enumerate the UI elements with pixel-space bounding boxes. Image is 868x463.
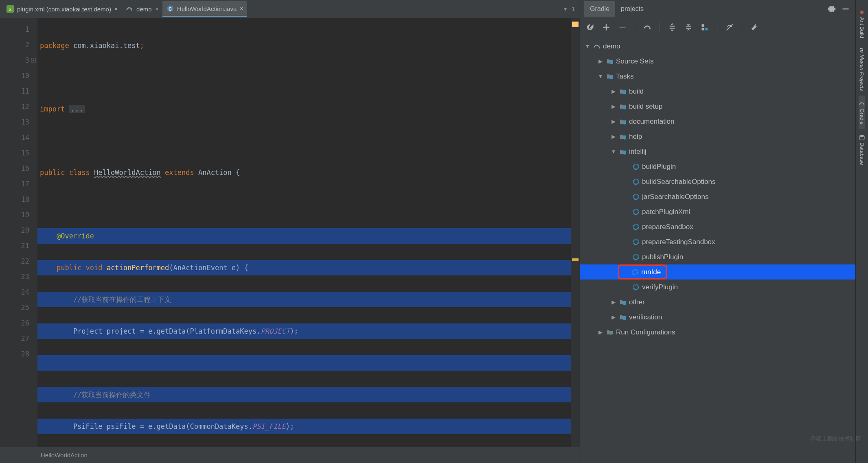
svg-point-26 bbox=[633, 255, 638, 260]
line-number[interactable]: 26 bbox=[0, 315, 29, 331]
tool-database[interactable]: Database bbox=[859, 129, 865, 170]
tree-folder-documentation[interactable]: ▶documentation bbox=[580, 114, 855, 129]
svg-point-22 bbox=[633, 194, 638, 199]
tree-folder-build-setup[interactable]: ▶build setup bbox=[580, 99, 855, 114]
xml-file-icon: x bbox=[7, 5, 14, 13]
line-number[interactable]: 12 bbox=[0, 99, 29, 114]
close-icon[interactable]: × bbox=[240, 5, 243, 12]
gear-task-icon bbox=[632, 163, 640, 170]
gradle-panel: Gradle projects ▼demo ▶Source Sets bbox=[580, 0, 855, 463]
ant-icon bbox=[859, 9, 865, 15]
fold-expand-icon[interactable] bbox=[31, 52, 36, 68]
line-number[interactable]: 13 bbox=[0, 114, 29, 130]
refresh-icon[interactable] bbox=[586, 23, 594, 31]
line-number[interactable]: 25 bbox=[0, 300, 29, 315]
remove-icon[interactable] bbox=[618, 23, 627, 31]
line-number[interactable]: 22 bbox=[0, 253, 29, 269]
gradle-project-icon bbox=[593, 43, 601, 50]
collapse-all-icon[interactable] bbox=[684, 23, 693, 31]
line-number[interactable]: 27 bbox=[0, 331, 29, 346]
line-number[interactable]: 10 bbox=[0, 68, 29, 83]
editor-tabs-bar: x plugin.xml (com.xiaokai.test.demo) × d… bbox=[0, 0, 580, 18]
split-indicator[interactable]: ▾≡1 bbox=[564, 6, 580, 12]
tree-folder-verification[interactable]: ▶verification bbox=[580, 310, 855, 325]
line-number[interactable]: 23 bbox=[0, 269, 29, 284]
svg-point-23 bbox=[633, 210, 638, 214]
panel-tab-projects[interactable]: projects bbox=[615, 1, 649, 17]
line-number[interactable]: 18 bbox=[0, 192, 29, 207]
tab-demo[interactable]: demo × bbox=[122, 1, 162, 17]
tree-run-configurations[interactable]: ▶Run Configurations bbox=[580, 325, 855, 340]
minimize-icon[interactable] bbox=[842, 5, 850, 13]
tool-ant-build[interactable]: Ant Build bbox=[859, 4, 865, 43]
close-icon[interactable]: × bbox=[155, 6, 158, 12]
svg-point-31 bbox=[860, 11, 864, 14]
svg-point-30 bbox=[623, 317, 626, 320]
svg-point-19 bbox=[623, 151, 626, 155]
gear-task-icon bbox=[632, 238, 640, 246]
gear-task-icon bbox=[632, 284, 640, 291]
tree-tasks[interactable]: ▼Tasks bbox=[580, 69, 855, 84]
editor-scrollbar[interactable] bbox=[571, 18, 580, 447]
line-number[interactable]: 11 bbox=[0, 83, 29, 99]
tree-folder-help[interactable]: ▶help bbox=[580, 129, 855, 144]
tree-task[interactable]: verifyPlugin bbox=[580, 280, 855, 295]
expand-all-icon[interactable] bbox=[668, 23, 676, 31]
gear-icon[interactable] bbox=[828, 5, 836, 13]
scrollbar-warning-marker[interactable] bbox=[572, 258, 579, 261]
line-number[interactable]: 28 bbox=[0, 346, 29, 362]
svg-point-18 bbox=[623, 136, 626, 140]
svg-text:x: x bbox=[9, 7, 11, 12]
tab-helloworld-java[interactable]: C HelloWorldAction.java × bbox=[162, 1, 248, 17]
scrollbar-warning-marker[interactable] bbox=[572, 22, 579, 27]
line-number[interactable]: 16 bbox=[0, 161, 29, 176]
tab-label: plugin.xml (com.xiaokai.test.demo) bbox=[17, 6, 111, 13]
line-number[interactable]: 3 bbox=[0, 52, 29, 68]
line-number[interactable]: 15 bbox=[0, 145, 29, 161]
breadcrumb[interactable]: HelloWorldAction bbox=[0, 447, 580, 463]
tree-folder-other[interactable]: ▶other bbox=[580, 295, 855, 310]
line-number[interactable]: 19 bbox=[0, 207, 29, 223]
tree-root-demo[interactable]: ▼demo bbox=[580, 39, 855, 54]
panel-tab-gradle[interactable]: Gradle bbox=[584, 1, 615, 17]
tree-task-runide[interactable]: runIde bbox=[580, 264, 855, 280]
tab-plugin-xml[interactable]: x plugin.xml (com.xiaokai.test.demo) × bbox=[2, 1, 122, 17]
tool-maven[interactable]: mMaven Projects bbox=[859, 43, 865, 96]
tree-task[interactable]: prepareTestingSandbox bbox=[580, 234, 855, 249]
line-number[interactable]: 2 bbox=[0, 37, 29, 52]
editor-body: 1 2 3 10 11 12 13 14O 15 16 17 18 19 20 … bbox=[0, 18, 580, 447]
tree-task[interactable]: prepareSandbox bbox=[580, 219, 855, 234]
tree-source-sets[interactable]: ▶Source Sets bbox=[580, 54, 855, 69]
svg-point-27 bbox=[633, 270, 638, 275]
tree-task[interactable]: buildSearchableOptions bbox=[580, 174, 855, 189]
gradle-tree: ▼demo ▶Source Sets ▼Tasks ▶build ▶build … bbox=[580, 36, 855, 463]
add-icon[interactable] bbox=[602, 23, 610, 31]
line-number[interactable]: 14O bbox=[0, 130, 29, 145]
elephant-icon[interactable] bbox=[643, 23, 651, 31]
show-dependencies-icon[interactable] bbox=[701, 23, 709, 31]
tree-task[interactable]: patchPluginXml bbox=[580, 204, 855, 219]
folder-gear-icon bbox=[619, 118, 627, 125]
close-icon[interactable]: × bbox=[114, 6, 118, 12]
tree-folder-intellij[interactable]: ▼intellij bbox=[580, 144, 855, 159]
line-number[interactable]: 20 bbox=[0, 223, 29, 238]
wrench-icon[interactable] bbox=[750, 23, 758, 31]
tree-task[interactable]: jarSearchableOptions bbox=[580, 189, 855, 204]
line-number[interactable]: 1 bbox=[0, 22, 29, 37]
line-number[interactable]: 17 bbox=[0, 176, 29, 192]
line-number[interactable]: 21 bbox=[0, 238, 29, 253]
code-editor[interactable]: package com.xiaokai.test; import ... pub… bbox=[37, 18, 580, 447]
tree-task[interactable]: publishPlugin bbox=[580, 249, 855, 264]
svg-point-20 bbox=[633, 164, 638, 169]
line-number[interactable]: 24 bbox=[0, 284, 29, 300]
tree-task[interactable]: buildPlugin bbox=[580, 159, 855, 174]
svg-point-29 bbox=[623, 302, 626, 305]
folder-icon bbox=[606, 58, 614, 65]
tab-label: demo bbox=[136, 6, 152, 13]
java-class-icon: C bbox=[167, 5, 174, 12]
svg-point-32 bbox=[859, 135, 864, 137]
svg-point-25 bbox=[633, 240, 638, 245]
tool-gradle[interactable]: Gradle bbox=[859, 96, 865, 129]
tree-folder-build[interactable]: ▶build bbox=[580, 84, 855, 99]
offline-mode-icon[interactable] bbox=[726, 23, 734, 31]
